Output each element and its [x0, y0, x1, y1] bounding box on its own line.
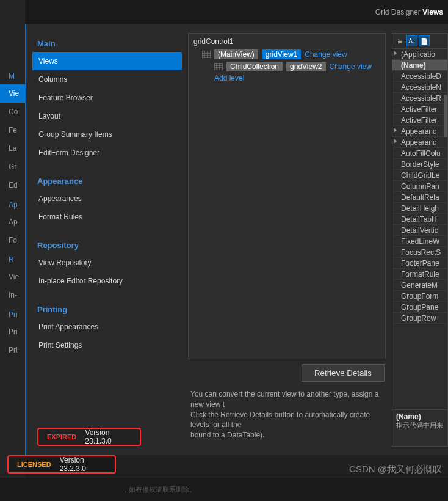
title-section: Views — [422, 8, 443, 16]
tree-row-mainview[interactable]: (MainView) gridView1 Change view — [193, 49, 380, 59]
nav-section-appearance: Appearance — [32, 173, 182, 189]
property-row[interactable]: GroupForm — [392, 291, 447, 302]
nav-item-group-summary[interactable]: Group Summary Items — [32, 125, 182, 144]
bottom-strip: ，如有侵权请联系删除。 — [0, 478, 448, 501]
property-row[interactable]: AccessibleR — [392, 93, 447, 104]
nav-item-layout[interactable]: Layout — [32, 107, 182, 125]
bg-item: Pri — [0, 323, 25, 341]
tree-row-addlevel[interactable]: Add level — [193, 74, 380, 82]
expand-caret-icon[interactable] — [394, 128, 397, 133]
bg-header: R — [0, 255, 25, 268]
property-row[interactable]: ChildGridLe — [392, 170, 447, 181]
property-row[interactable]: AccessibleN — [392, 82, 447, 93]
toolbar-categorized-icon[interactable]: ⁝≡ — [394, 35, 405, 46]
gridview2-tag[interactable]: gridView2 — [286, 62, 325, 71]
expand-caret-icon[interactable] — [394, 51, 397, 56]
property-row[interactable]: Appearanc — [392, 137, 447, 148]
property-row[interactable]: ActiveFilter — [392, 115, 447, 126]
nav-item-columns[interactable]: Columns — [32, 70, 182, 89]
property-row[interactable]: AutoFillColu — [392, 148, 447, 159]
property-label: FooterPane — [401, 259, 439, 268]
nav-item-view-repository[interactable]: View Repository — [32, 254, 182, 272]
property-row[interactable]: FormatRule — [392, 269, 447, 280]
nav-item-format-rules[interactable]: Format Rules — [32, 208, 182, 226]
bottom-text: ，如有侵权请联系删除。 — [122, 485, 196, 494]
property-row[interactable]: (Name) — [392, 60, 447, 71]
property-row[interactable]: AccessibleD — [392, 71, 447, 82]
property-label: ColumnPan — [401, 182, 439, 191]
property-row[interactable]: GroupRow — [392, 313, 447, 324]
bg-header: Pri — [0, 310, 25, 323]
add-level-link[interactable]: Add level — [214, 74, 244, 82]
watermark: CSDN @我又何必慨叹 — [349, 464, 442, 475]
licensed-label: LICENSED — [17, 461, 51, 468]
property-row[interactable]: FooterPane — [392, 258, 447, 269]
property-label: ActiveFilter — [401, 116, 437, 125]
property-label: AccessibleD — [401, 72, 441, 81]
nav-section-main: Main — [32, 35, 182, 52]
property-label: DetailTabH — [401, 215, 437, 224]
bg-item: La — [0, 139, 25, 158]
bg-item: Vie — [0, 84, 25, 103]
property-toolbar: ⁝≡ A↓ 📄 — [392, 34, 447, 49]
title-prefix: Grid Designer — [375, 8, 421, 16]
views-tree: gridControl1 (MainView) gridView1 Change… — [188, 33, 386, 359]
gridview1-tag[interactable]: gridView1 — [262, 49, 301, 59]
property-row[interactable]: FixedLineW — [392, 236, 447, 247]
property-row[interactable]: GenerateM — [392, 280, 447, 291]
change-view-link[interactable]: Change view — [330, 62, 372, 71]
property-row[interactable]: DetailVertic — [392, 225, 447, 236]
property-label: AutoFillColu — [401, 149, 441, 158]
property-label: DefaultRela — [401, 193, 439, 202]
property-row[interactable]: ActiveFilter — [392, 104, 447, 115]
property-label: ActiveFilter — [401, 105, 437, 114]
bg-item: Co — [0, 103, 25, 121]
svg-rect-5 — [214, 63, 223, 70]
property-label: GenerateM — [401, 281, 438, 290]
property-row[interactable]: DefaultRela — [392, 192, 447, 203]
property-label: FocusRectS — [401, 248, 441, 257]
bg-item: Gr — [0, 158, 25, 176]
tree-row-child[interactable]: ChildCollection gridView2 Change view — [193, 62, 380, 71]
tree-root: gridControl1 — [193, 37, 380, 46]
property-row[interactable]: ColumnPan — [392, 181, 447, 192]
nav-item-views[interactable]: Views — [32, 52, 182, 70]
grid-icon — [202, 51, 211, 58]
property-label: Appearanc — [401, 127, 436, 136]
property-row[interactable]: DetailTabH — [392, 214, 447, 225]
property-row[interactable]: DetailHeigh — [392, 203, 447, 214]
designer-panel: Main Views Columns Feature Browser Layou… — [25, 24, 448, 455]
background-sidebar: M Vie Co Fe La Gr Ed Ap Ap Fo R Vie In- … — [0, 0, 25, 501]
mainview-tag: (MainView) — [214, 49, 258, 59]
nav-item-appearances[interactable]: Appearances — [32, 189, 182, 208]
window-title: Grid Designer Views — [25, 0, 448, 24]
property-list[interactable]: (Applicatio(Name)AccessibleDAccessibleNA… — [392, 49, 447, 409]
property-label: FixedLineW — [401, 237, 439, 246]
property-label: (Applicatio — [401, 50, 435, 59]
retrieve-details-button[interactable]: Retrieve Details — [302, 364, 385, 382]
nav-item-editform-designer[interactable]: EditForm Designer — [32, 144, 182, 162]
nav-item-feature-browser[interactable]: Feature Browser — [32, 89, 182, 107]
property-row[interactable]: BorderStyle — [392, 159, 447, 170]
nav-item-print-appearances[interactable]: Print Appearances — [32, 318, 182, 336]
bg-item: Ed — [0, 176, 25, 194]
bg-header: M — [0, 72, 25, 84]
bg-header: Ap — [0, 200, 25, 213]
property-row[interactable]: (Applicatio — [392, 49, 447, 60]
nav-column: Main Views Columns Feature Browser Layou… — [26, 24, 188, 455]
property-row[interactable]: Appearanc — [392, 126, 447, 137]
property-label: GroupPane — [401, 303, 438, 312]
toolbar-alpha-icon[interactable]: A↓ — [406, 35, 417, 46]
bg-item: Fe — [0, 121, 25, 139]
nav-item-print-settings[interactable]: Print Settings — [32, 336, 182, 354]
expand-caret-icon[interactable] — [394, 139, 397, 144]
toolbar-props-icon[interactable]: 📄 — [419, 35, 430, 46]
change-view-link[interactable]: Change view — [305, 50, 347, 59]
license-expired-box: EXPIRED Version 23.1.3.0 — [37, 428, 141, 446]
property-row[interactable]: FocusRectS — [392, 247, 447, 258]
property-label: AccessibleN — [401, 83, 441, 92]
scrollbar-thumb[interactable] — [444, 95, 447, 137]
property-row[interactable]: GroupPane — [392, 302, 447, 313]
nav-item-inplace-editor[interactable]: In-place Editor Repository — [32, 272, 182, 290]
grid-icon — [214, 63, 223, 70]
